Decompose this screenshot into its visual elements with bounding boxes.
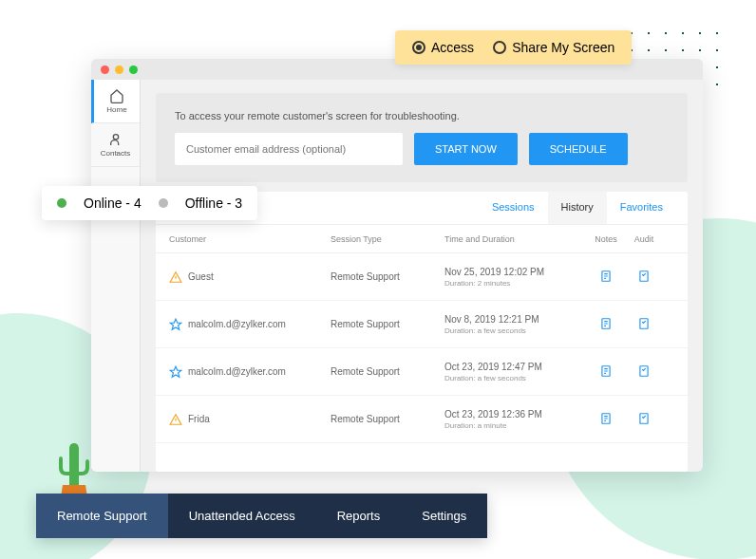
table-row[interactable]: malcolm.d@zylker.comRemote SupportOct 23… [156,348,688,396]
notes-icon[interactable] [599,270,613,283]
access-mode-badge: Access Share My Screen [395,30,632,65]
notes-icon[interactable] [599,317,613,330]
th-type: Session Type [331,234,444,244]
session-type: Remote Support [331,414,444,424]
customer-name: Guest [188,271,214,282]
tab-history[interactable]: History [548,192,607,224]
notes-icon[interactable] [599,364,613,378]
audit-icon[interactable] [637,270,651,283]
app-window: Home Contacts To access your remote cust… [91,59,703,472]
th-customer: Customer [169,234,331,244]
th-audit: Audit [625,234,663,244]
status-badge: Online - 4 Offline - 3 [42,186,257,220]
session-type: Remote Support [331,271,444,282]
session-time: Nov 8, 2019 12:21 PM [444,314,587,325]
star-icon [169,318,182,331]
customer-name: malcolm.d@zylker.com [188,366,286,377]
tab-favorites[interactable]: Favorites [607,192,676,224]
session-duration: Duration: a minute [444,421,587,430]
session-duration: Duration: a few seconds [444,326,587,335]
session-time: Nov 25, 2019 12:02 PM [444,267,587,277]
sidebar-item-label: Home [106,105,126,114]
share-label: Share My Screen [512,40,614,55]
sidebar-item-contacts[interactable]: Contacts [91,123,140,167]
online-count: Online - 4 [84,196,142,211]
audit-icon[interactable] [637,317,651,330]
warn-icon [169,413,182,426]
session-time: Oct 23, 2019 12:36 PM [444,409,587,419]
session-duration: Duration: 2 minutes [444,279,587,288]
access-radio[interactable]: Access [412,40,474,55]
customer-name: malcolm.d@zylker.com [188,319,286,329]
table-row[interactable]: malcolm.d@zylker.comRemote SupportNov 8,… [156,301,688,348]
th-time: Time and Duration [444,234,587,244]
audit-icon[interactable] [637,412,651,425]
main-content: To access your remote customer's screen … [141,80,703,472]
contacts-icon [108,132,123,147]
sidebar-item-label: Contacts [101,149,131,158]
maximize-dot-icon[interactable] [129,65,138,74]
hero-panel: To access your remote customer's screen … [156,93,688,182]
session-type: Remote Support [331,319,444,329]
customer-email-input[interactable] [175,133,403,165]
session-duration: Duration: a few seconds [444,374,587,382]
sessions-card: Sessions History Favorites Customer Sess… [156,192,688,472]
table-body: GuestRemote SupportNov 25, 2019 12:02 PM… [156,253,688,443]
th-notes: Notes [587,234,625,244]
offline-count: Offline - 3 [185,196,242,211]
table-row[interactable]: GuestRemote SupportNov 25, 2019 12:02 PM… [156,253,688,301]
audit-icon[interactable] [637,364,651,378]
notes-icon[interactable] [599,412,613,425]
tab-sessions[interactable]: Sessions [479,192,548,224]
bottom-nav: Remote Support Unattended Access Reports… [36,494,487,538]
home-icon [109,88,124,103]
svg-point-0 [113,135,118,140]
radio-on-icon [412,41,425,54]
start-now-button[interactable]: START NOW [414,133,518,165]
sidebar: Home Contacts [91,80,141,472]
warn-icon [169,270,182,284]
table-header: Customer Session Type Time and Duration … [156,225,688,253]
sidebar-item-home[interactable]: Home [91,80,140,123]
table-row[interactable]: FridaRemote SupportOct 23, 2019 12:36 PM… [156,396,688,443]
radio-off-icon [493,41,506,54]
svg-rect-2 [640,270,648,281]
nav-reports[interactable]: Reports [316,494,402,538]
hero-row: START NOW SCHEDULE [175,133,669,165]
hero-text: To access your remote customer's screen … [175,110,669,121]
session-type: Remote Support [331,366,444,377]
schedule-button[interactable]: SCHEDULE [529,133,628,165]
minimize-dot-icon[interactable] [115,65,123,74]
session-time: Oct 23, 2019 12:47 PM [444,362,587,372]
share-screen-radio[interactable]: Share My Screen [493,40,614,55]
svg-rect-4 [640,318,648,328]
customer-name: Frida [188,414,210,424]
nav-remote-support[interactable]: Remote Support [36,494,168,538]
svg-rect-6 [640,365,648,376]
online-dot-icon [57,198,66,208]
offline-dot-icon [159,198,168,208]
star-icon [169,365,182,379]
nav-unattended[interactable]: Unattended Access [168,494,316,538]
nav-settings[interactable]: Settings [401,494,487,538]
app-body: Home Contacts To access your remote cust… [91,80,703,472]
close-dot-icon[interactable] [101,65,109,74]
access-label: Access [431,40,474,55]
svg-rect-8 [640,413,648,423]
